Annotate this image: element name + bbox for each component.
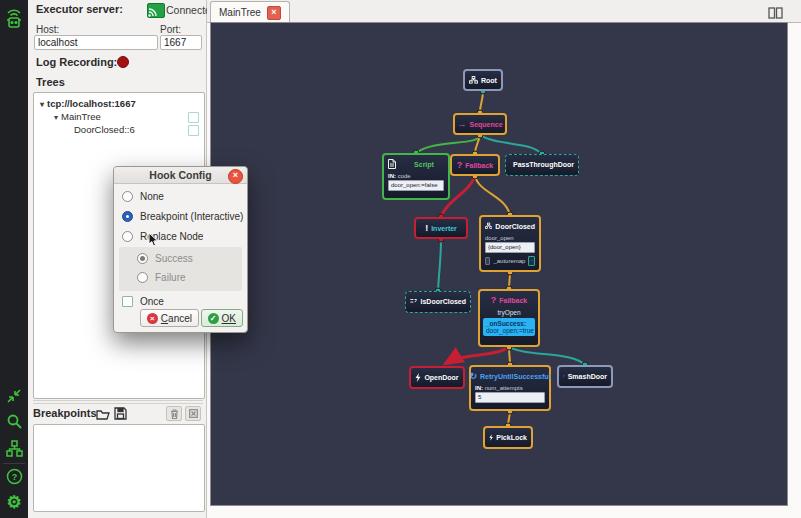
radio-success: [137, 253, 148, 264]
port-name: code: [398, 173, 411, 179]
log-recording-label: Log Recording:: [36, 56, 117, 68]
subtree-icon: [469, 76, 478, 84]
ok-check-icon: ✓: [208, 313, 219, 324]
node-label: RetryUntilSuccessful: [480, 373, 550, 380]
caret-icon[interactable]: ▾: [54, 113, 58, 122]
tab-maintree[interactable]: MainTree ×: [210, 1, 290, 23]
node-label: IsDoorClosed: [420, 298, 466, 305]
inverter-exclaim-icon: !: [425, 224, 428, 233]
node-opendoor[interactable]: OpenDoor: [409, 366, 465, 389]
node-label: Root: [481, 77, 497, 84]
node-retryuntilsuccessful[interactable]: ↻RetryUntilSuccessful IN: num_attempts 5: [469, 365, 551, 411]
svg-text:?: ?: [11, 472, 17, 482]
breakpoints-save-icon[interactable]: [114, 406, 127, 424]
fallback-question-icon: ?: [457, 161, 463, 170]
radio-failure: [137, 272, 148, 283]
node-smashdoor[interactable]: SmashDoor: [557, 365, 613, 388]
edge-fallback2-opendoor: [445, 347, 509, 364]
node-sequence[interactable]: →Sequence: [453, 113, 507, 135]
autoremap-label: _autoremap: [493, 258, 525, 264]
sidebar-divider: [3, 463, 25, 464]
retry-icon: ↻: [470, 372, 478, 381]
split-view-icon[interactable]: [768, 5, 783, 23]
node-label: OpenDoor: [424, 374, 458, 381]
radio-breakpoint[interactable]: [122, 211, 133, 222]
node-label: DoorClosed: [495, 223, 535, 230]
cancel-x-icon: ×: [147, 313, 158, 324]
node-doorclosed[interactable]: DoorClosed door_open {door_open} _autore…: [479, 215, 541, 272]
tree-item-doorclosed[interactable]: DoorClosed::6: [74, 124, 135, 135]
radio-replace-node[interactable]: [122, 231, 133, 242]
script-code-input[interactable]: door_open:=false: [388, 180, 444, 191]
subtree-icon: [485, 222, 492, 230]
edge-fallback-doorclosed: [475, 176, 510, 215]
port-input[interactable]: [160, 35, 202, 50]
doorclosed-port-input[interactable]: {door_open}: [485, 242, 535, 253]
sequence-arrow-icon: →: [457, 120, 466, 129]
node-label: Fallback: [465, 162, 493, 169]
tree-layout-icon[interactable]: [0, 440, 28, 457]
tree-item-maintree[interactable]: ▾MainTree: [54, 111, 101, 122]
connected-cast-icon: [147, 3, 165, 18]
port-label: IN:: [475, 385, 483, 391]
option-once[interactable]: Once: [122, 296, 164, 307]
mouse-cursor: [148, 232, 159, 252]
port-name: num_attempts: [485, 385, 523, 391]
tab-bar: MainTree ×: [207, 0, 801, 23]
search-icon[interactable]: [0, 413, 28, 430]
tree-item-server[interactable]: ▾tcp://localhost:1667: [40, 98, 136, 109]
edge-fallback2-smashdoor: [509, 347, 585, 365]
autoremap-checkbox[interactable]: [485, 257, 490, 265]
once-checkbox[interactable]: [122, 296, 133, 307]
node-inverter[interactable]: !Inverter: [414, 217, 468, 239]
port-name: door_open: [485, 235, 514, 241]
panel-splitter[interactable]: [33, 403, 203, 404]
settings-gear-icon[interactable]: ⚙: [0, 492, 28, 513]
hook-config-dialog: Hook Config × None Breakpoint (Interacti…: [113, 166, 248, 333]
ok-button[interactable]: ✓ OK: [201, 309, 243, 327]
breakpoints-list[interactable]: [33, 424, 205, 512]
doorclosed-checkbox[interactable]: [188, 125, 199, 136]
onsuccess-hook-badge[interactable]: _onSuccess: door_open:=true: [483, 318, 535, 336]
node-isdoorclosed[interactable]: IsDoorClosed: [405, 291, 471, 313]
trees-label: Trees: [36, 76, 65, 88]
remote-robot-icon[interactable]: [0, 6, 28, 32]
node-script[interactable]: Script IN: code door_open:=false: [382, 153, 450, 200]
hook-title: _onSuccess:: [486, 320, 532, 327]
tab-close-icon[interactable]: ×: [267, 6, 281, 20]
edge-inverter-isdoorclosed: [438, 239, 441, 291]
cancel-button[interactable]: × Cancel: [140, 309, 199, 327]
option-none[interactable]: None: [122, 191, 164, 202]
maintree-checkbox[interactable]: [188, 112, 199, 123]
breakpoints-load-icon[interactable]: [96, 407, 110, 425]
option-breakpoint[interactable]: Breakpoint (Interactive): [122, 211, 243, 222]
node-label: PickLock: [496, 434, 527, 441]
recording-indicator[interactable]: [117, 56, 129, 68]
caret-icon[interactable]: ▾: [40, 100, 44, 109]
fallback-question-icon: ?: [491, 296, 497, 305]
panel-splitter[interactable]: [33, 400, 203, 401]
node-label: SmashDoor: [568, 373, 607, 380]
breakpoints-delete-icon[interactable]: [166, 406, 182, 421]
node-fallback[interactable]: ?Fallback: [450, 154, 500, 176]
breakpoints-clear-icon[interactable]: [185, 406, 201, 421]
host-input[interactable]: [34, 35, 158, 50]
node-label: Script: [414, 161, 434, 168]
node-label: Fallback: [499, 297, 527, 304]
option-replace-node[interactable]: Replace Node: [122, 231, 203, 242]
action-bolt-icon: [489, 433, 493, 442]
radio-none[interactable]: [122, 191, 133, 202]
dialog-close-icon[interactable]: ×: [228, 169, 243, 184]
sidebar-iconbar: ? ⚙: [0, 0, 29, 518]
node-passthroughdoor[interactable]: PassThroughDoor: [505, 154, 579, 176]
num-attempts-input[interactable]: 5: [475, 392, 545, 403]
fit-view-icon[interactable]: [0, 388, 28, 404]
help-icon[interactable]: ?: [0, 468, 28, 485]
host-label: Host:: [36, 24, 59, 35]
condition-icon: [410, 297, 417, 305]
behavior-tree-canvas[interactable]: Root →Sequence Script IN: code door_open…: [210, 22, 788, 506]
node-root[interactable]: Root: [463, 69, 503, 91]
autoremap-dropdown[interactable]: -: [528, 256, 535, 266]
node-fallback-tryopen[interactable]: ?Fallback tryOpen _onSuccess: door_open:…: [478, 289, 540, 347]
node-picklock[interactable]: PickLock: [483, 426, 533, 449]
